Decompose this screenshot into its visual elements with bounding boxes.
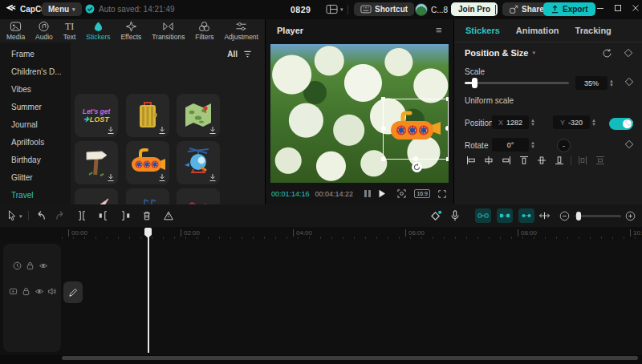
distribute-vertical-icon[interactable] — [591, 154, 609, 167]
delete-right-icon[interactable] — [120, 210, 131, 221]
keyframe-diamond-icon[interactable] — [624, 117, 634, 127]
resize-handle[interactable] — [381, 126, 386, 131]
scale-stepper[interactable]: ▲▼ — [609, 76, 614, 90]
keyframe-diamond-icon[interactable] — [624, 77, 634, 87]
window-minimize-button[interactable] — [595, 3, 605, 13]
video-track-hide-icon[interactable] — [35, 287, 44, 296]
align-right-icon[interactable] — [498, 154, 515, 167]
menu-button[interactable]: Menu▾ — [42, 2, 82, 16]
preview-axis-icon[interactable] — [538, 210, 551, 221]
tab-adjustment[interactable]: Adjustment — [224, 21, 258, 41]
resize-handle[interactable] — [446, 97, 449, 101]
timeline-zoom-slider[interactable] — [575, 215, 621, 217]
sticker-helicopter[interactable] — [177, 141, 220, 184]
position-x-field[interactable]: X 1282 — [492, 115, 529, 129]
sticker-track-lock-icon[interactable] — [26, 261, 35, 270]
category-vibes[interactable]: Vibes — [0, 81, 71, 99]
tab-effects[interactable]: Effects — [120, 21, 141, 41]
category-journal[interactable]: Journal — [0, 116, 71, 134]
category-birthday[interactable]: Birthday — [0, 152, 71, 169]
video-track-lock-icon[interactable] — [22, 287, 30, 296]
category-frame[interactable]: Frame — [0, 46, 71, 63]
tab-audio[interactable]: Audio — [35, 21, 53, 41]
tab-stickers[interactable]: Stickers — [86, 21, 110, 41]
sticker-submarine[interactable] — [126, 141, 169, 184]
rotate-dial[interactable]: - — [557, 139, 571, 152]
workspace-layout-button[interactable]: ▾ — [326, 4, 343, 14]
distribute-horizontal-icon[interactable] — [574, 154, 591, 167]
filter-icon[interactable] — [243, 50, 252, 59]
sticker-track-hide-icon[interactable] — [39, 261, 48, 270]
delete-icon[interactable] — [141, 210, 152, 221]
tab-inspector-animation[interactable]: Animation — [516, 26, 559, 35]
aspect-ratio-button[interactable]: 16:9 — [414, 189, 430, 198]
player-menu-icon[interactable]: ≡ — [436, 24, 442, 36]
tab-media[interactable]: Media — [6, 21, 25, 41]
zoom-out-icon[interactable] — [559, 211, 570, 221]
window-maximize-button[interactable] — [613, 3, 623, 13]
chevron-down-icon[interactable]: ▾ — [532, 50, 535, 56]
category-childrens-day[interactable]: Children's D... — [0, 63, 71, 81]
sticker-track-duration-icon[interactable] — [13, 261, 22, 270]
reset-icon[interactable] — [602, 48, 612, 59]
fullscreen-icon[interactable] — [437, 189, 447, 199]
download-icon[interactable] — [107, 126, 115, 135]
horizontal-scrollbar[interactable] — [62, 356, 638, 360]
submarine-sticker[interactable] — [387, 109, 443, 146]
tab-transitions[interactable]: Transitions — [152, 21, 185, 41]
filter-all-dropdown[interactable]: All — [227, 50, 238, 59]
video-track-mute-icon[interactable] — [47, 287, 57, 296]
position-x-stepper[interactable]: ▲▼ — [530, 115, 535, 129]
tab-text[interactable]: TI Text — [63, 21, 76, 41]
scale-slider-track[interactable] — [465, 82, 569, 84]
timeline-zoom-handle[interactable] — [576, 212, 581, 220]
select-tool-icon[interactable] — [6, 209, 18, 221]
category-travel[interactable]: Travel — [0, 187, 71, 204]
video-preview[interactable] — [270, 44, 449, 183]
download-icon[interactable] — [158, 126, 166, 135]
resize-handle[interactable] — [381, 97, 385, 101]
position-y-field[interactable]: Y -320 — [553, 115, 590, 129]
redo-icon[interactable] — [55, 210, 66, 221]
sticker-flip-flops[interactable] — [177, 188, 220, 204]
chevron-down-icon[interactable]: ▾ — [19, 213, 22, 220]
window-close-button[interactable] — [631, 3, 640, 13]
resize-handle[interactable] — [381, 157, 385, 161]
microphone-icon[interactable] — [449, 209, 461, 222]
auto-link-toggle[interactable] — [497, 208, 513, 223]
join-pro-button[interactable]: Join Pro — [451, 2, 498, 16]
align-left-icon[interactable] — [462, 154, 480, 167]
magnet-toggle[interactable] — [475, 208, 491, 223]
scale-slider-handle[interactable] — [472, 78, 477, 88]
sticker-travel-map[interactable] — [177, 94, 220, 137]
tab-inspector-tracking[interactable]: Tracking — [575, 26, 612, 35]
keyframe-add-icon[interactable] — [430, 210, 442, 222]
download-icon[interactable] — [158, 173, 166, 182]
zoom-in-icon[interactable] — [625, 211, 636, 221]
category-aprilfools[interactable]: Aprilfools — [0, 134, 71, 152]
position-y-stepper[interactable]: ▲▼ — [591, 115, 596, 129]
account-button[interactable]: C...8 — [415, 3, 448, 16]
resize-handle[interactable] — [446, 157, 449, 161]
play-button[interactable] — [378, 189, 386, 198]
category-glitter[interactable]: Glitter — [0, 169, 71, 187]
shortcut-button[interactable]: Shortcut — [354, 2, 414, 16]
tab-inspector-stickers[interactable]: Stickers — [465, 26, 500, 35]
sticker-ship[interactable] — [126, 188, 169, 204]
export-button[interactable]: Export — [543, 2, 595, 16]
resize-handle[interactable] — [413, 156, 418, 161]
split-icon[interactable] — [76, 210, 87, 221]
sticker-signpost[interactable] — [75, 141, 118, 184]
download-icon[interactable] — [107, 173, 115, 182]
snap-toggle[interactable] — [518, 208, 534, 223]
align-center-horizontal-icon[interactable] — [480, 154, 498, 167]
align-bottom-icon[interactable] — [551, 154, 568, 167]
scale-value-field[interactable]: 35% — [575, 76, 607, 90]
align-top-icon[interactable] — [515, 154, 533, 167]
sticker-paper-plane[interactable] — [75, 188, 118, 204]
main-track-icon[interactable] — [9, 287, 18, 296]
tab-filters[interactable]: Filters — [195, 21, 213, 41]
align-center-vertical-icon[interactable] — [533, 154, 551, 167]
sticker-suitcase[interactable] — [126, 94, 169, 137]
category-summer[interactable]: Summer — [0, 99, 71, 116]
